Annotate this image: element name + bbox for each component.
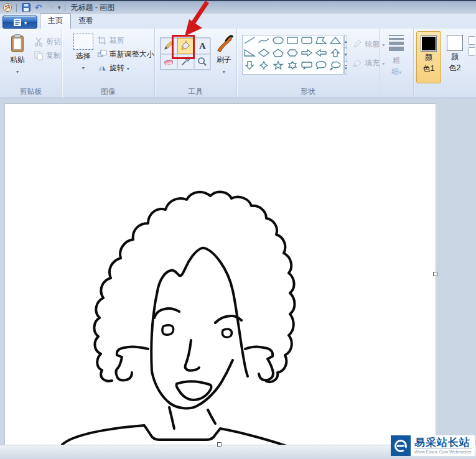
group-colors: 颜 色1 颜 色2 <box>414 29 476 98</box>
paste-icon <box>8 34 27 53</box>
canvas-resize-handle-bottom[interactable] <box>217 442 222 447</box>
color1-label-line2: 色1 <box>423 63 435 74</box>
shape-triangle[interactable] <box>329 35 342 48</box>
eraser-tool-button[interactable] <box>161 54 177 70</box>
ribbon-tab-row: 主页 查看 <box>0 14 476 29</box>
group-label-image: 图像 <box>62 86 154 98</box>
select-icon <box>73 34 93 50</box>
size-icon <box>389 35 404 51</box>
shape-callout-rounded[interactable] <box>301 60 313 73</box>
work-area <box>0 98 476 459</box>
shape-right-triangle[interactable] <box>243 48 256 60</box>
drawing-canvas[interactable] <box>5 104 436 445</box>
size-button[interactable]: 粗 细 <box>380 29 413 86</box>
color-picker-tool-button[interactable] <box>177 54 194 70</box>
tab-home[interactable]: 主页 <box>40 13 71 29</box>
text-tool-button[interactable]: A <box>194 38 211 54</box>
select-button[interactable]: 选择 <box>70 29 97 86</box>
palette-swatch[interactable] <box>469 36 475 45</box>
brush-button[interactable]: 刷子 <box>212 29 236 86</box>
group-label-tools: 工具 <box>155 86 236 98</box>
cut-button[interactable]: 剪切 <box>34 35 61 49</box>
text-icon: A <box>199 42 206 51</box>
shape-arrow-right[interactable] <box>301 48 313 60</box>
eraser-icon <box>163 56 174 69</box>
group-size: 粗 细 <box>380 29 414 98</box>
pencil-tool-button[interactable] <box>161 38 177 54</box>
brush-icon <box>213 34 235 53</box>
shape-ellipse[interactable] <box>272 35 284 48</box>
watermark-subtitle: Www.Easck.Com Webmaster <box>414 448 472 455</box>
qat-separator <box>65 4 65 12</box>
copy-button[interactable]: 复制 <box>34 49 61 62</box>
quick-access-toolbar: ↶ ↷ ▾ <box>2 2 67 13</box>
undo-icon[interactable]: ↶ <box>33 2 44 13</box>
fill-bucket-icon <box>352 58 362 68</box>
qat-dropdown-icon[interactable]: ▾ <box>58 4 61 11</box>
cut-icon <box>34 37 44 47</box>
paste-label: 粘贴 <box>10 55 25 65</box>
magnifier-tool-button[interactable] <box>194 54 211 70</box>
canvas-resize-handle-right[interactable] <box>433 272 437 276</box>
resize-button[interactable]: 重新调整大小 <box>97 47 154 61</box>
shape-hexagon[interactable] <box>286 48 299 60</box>
shape-diamond[interactable] <box>258 48 270 60</box>
chevron-down-icon <box>223 67 225 75</box>
shape-star-6[interactable] <box>286 60 299 73</box>
shape-arrow-down[interactable] <box>243 60 256 73</box>
chevron-down-icon <box>24 18 27 27</box>
shape-arrow-left[interactable] <box>315 48 327 60</box>
color2-button[interactable]: 颜 色2 <box>442 31 467 83</box>
color-picker-icon <box>180 56 191 69</box>
resize-icon <box>97 49 107 59</box>
brush-label: 刷子 <box>217 55 231 65</box>
cut-label: 剪切 <box>46 37 61 47</box>
outline-label: 轮廓 <box>365 39 380 50</box>
shape-callout-cloud[interactable] <box>329 60 342 73</box>
shape-star-5[interactable] <box>272 60 284 73</box>
shape-star-4[interactable] <box>258 60 270 73</box>
fill-tool-button[interactable] <box>177 38 194 54</box>
copy-icon <box>34 50 44 60</box>
paste-button[interactable]: 粘贴 <box>4 29 31 86</box>
crop-button[interactable]: 裁剪 <box>97 34 154 47</box>
application-menu-button[interactable] <box>2 16 37 29</box>
shape-rectangle[interactable] <box>286 35 299 48</box>
color1-button[interactable]: 颜 色1 <box>416 31 441 83</box>
color2-label-line2: 色2 <box>449 63 461 73</box>
menu-list-icon <box>13 18 22 27</box>
color2-swatch <box>447 35 463 51</box>
palette-swatch[interactable] <box>469 47 475 56</box>
rotate-button[interactable]: 旋转 <box>97 61 154 75</box>
outline-icon <box>352 39 362 49</box>
rotate-label: 旋转 <box>110 63 124 73</box>
group-label-shapes: 形状 <box>237 86 379 98</box>
watermark: 易采站长站 Www.Easck.Com Webmaster <box>391 435 475 456</box>
save-icon[interactable] <box>21 2 31 13</box>
shape-pentagon[interactable] <box>272 48 284 60</box>
group-tools: A 刷子 工具 <box>155 29 237 98</box>
tab-view[interactable]: 查看 <box>71 14 101 29</box>
size-label-line1: 粗 <box>393 55 400 66</box>
shape-rounded-rectangle[interactable] <box>301 35 313 48</box>
crop-label: 裁剪 <box>110 35 124 46</box>
shape-polygon[interactable] <box>315 35 327 48</box>
shape-line[interactable] <box>243 35 256 48</box>
paint-app-icon[interactable] <box>2 2 12 13</box>
shape-callout-oval[interactable] <box>315 60 327 73</box>
crop-icon <box>97 35 107 45</box>
color-palette[interactable] <box>469 31 475 98</box>
watermark-title: 易采站长站 <box>414 437 472 448</box>
shape-gallery <box>242 35 343 75</box>
group-clipboard: 粘贴 剪切 复制 剪贴板 <box>0 29 62 98</box>
canvas-drawing-face <box>5 104 436 445</box>
chevron-down-icon <box>399 67 401 76</box>
chevron-down-icon <box>82 63 85 72</box>
title-bar: ↶ ↷ ▾ 无标题 - 画图 <box>0 0 476 14</box>
shape-curve[interactable] <box>258 35 270 48</box>
resize-label: 重新调整大小 <box>110 49 154 60</box>
redo-icon[interactable]: ↷ <box>45 2 56 13</box>
pencil-icon <box>163 40 174 53</box>
color1-label-line1: 颜 <box>425 52 432 63</box>
shape-arrow-up[interactable] <box>329 48 342 60</box>
